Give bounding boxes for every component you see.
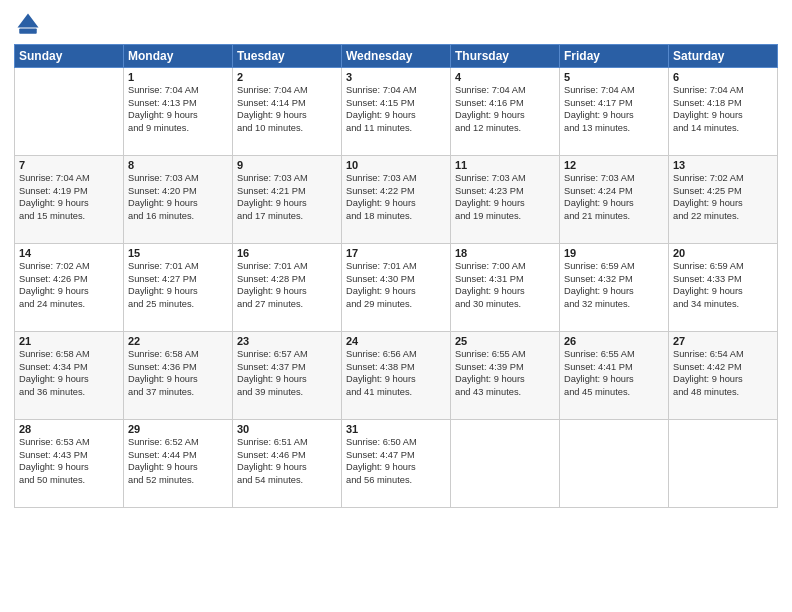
day-info-line: and 54 minutes. — [237, 474, 337, 487]
day-content: Sunrise: 6:58 AMSunset: 4:36 PMDaylight:… — [128, 348, 228, 398]
calendar-week-2: 7Sunrise: 7:04 AMSunset: 4:19 PMDaylight… — [15, 156, 778, 244]
day-info-line: Sunrise: 7:00 AM — [455, 260, 555, 273]
calendar-cell: 17Sunrise: 7:01 AMSunset: 4:30 PMDayligh… — [342, 244, 451, 332]
calendar-cell: 30Sunrise: 6:51 AMSunset: 4:46 PMDayligh… — [233, 420, 342, 508]
day-info-line: Sunrise: 6:50 AM — [346, 436, 446, 449]
day-content: Sunrise: 7:04 AMSunset: 4:16 PMDaylight:… — [455, 84, 555, 134]
day-info-line: Sunrise: 6:55 AM — [564, 348, 664, 361]
day-number: 5 — [564, 71, 664, 83]
day-content: Sunrise: 6:59 AMSunset: 4:32 PMDaylight:… — [564, 260, 664, 310]
day-number: 15 — [128, 247, 228, 259]
day-number: 1 — [128, 71, 228, 83]
day-info-line: Sunset: 4:17 PM — [564, 97, 664, 110]
day-info-line: Daylight: 9 hours — [455, 197, 555, 210]
calendar-cell: 25Sunrise: 6:55 AMSunset: 4:39 PMDayligh… — [451, 332, 560, 420]
day-info-line: Daylight: 9 hours — [128, 285, 228, 298]
day-content: Sunrise: 6:58 AMSunset: 4:34 PMDaylight:… — [19, 348, 119, 398]
day-info-line: and 52 minutes. — [128, 474, 228, 487]
calendar-cell: 7Sunrise: 7:04 AMSunset: 4:19 PMDaylight… — [15, 156, 124, 244]
day-info-line: Daylight: 9 hours — [128, 373, 228, 386]
calendar-cell: 3Sunrise: 7:04 AMSunset: 4:15 PMDaylight… — [342, 68, 451, 156]
calendar-cell: 31Sunrise: 6:50 AMSunset: 4:47 PMDayligh… — [342, 420, 451, 508]
day-info-line: Sunset: 4:37 PM — [237, 361, 337, 374]
day-number: 14 — [19, 247, 119, 259]
day-info-line: and 17 minutes. — [237, 210, 337, 223]
svg-rect-1 — [19, 28, 37, 33]
day-info-line: Daylight: 9 hours — [237, 109, 337, 122]
calendar-cell: 9Sunrise: 7:03 AMSunset: 4:21 PMDaylight… — [233, 156, 342, 244]
logo-icon — [14, 10, 42, 38]
day-info-line: and 12 minutes. — [455, 122, 555, 135]
day-number: 20 — [673, 247, 773, 259]
day-number: 12 — [564, 159, 664, 171]
day-info-line: Daylight: 9 hours — [237, 285, 337, 298]
day-content: Sunrise: 6:57 AMSunset: 4:37 PMDaylight:… — [237, 348, 337, 398]
day-number: 16 — [237, 247, 337, 259]
day-number: 21 — [19, 335, 119, 347]
logo — [14, 10, 46, 38]
calendar-cell: 26Sunrise: 6:55 AMSunset: 4:41 PMDayligh… — [560, 332, 669, 420]
day-info-line: and 43 minutes. — [455, 386, 555, 399]
day-number: 27 — [673, 335, 773, 347]
day-content: Sunrise: 6:56 AMSunset: 4:38 PMDaylight:… — [346, 348, 446, 398]
calendar-cell: 24Sunrise: 6:56 AMSunset: 4:38 PMDayligh… — [342, 332, 451, 420]
day-number: 2 — [237, 71, 337, 83]
day-content: Sunrise: 7:03 AMSunset: 4:22 PMDaylight:… — [346, 172, 446, 222]
day-info-line: Daylight: 9 hours — [19, 285, 119, 298]
day-info-line: Sunrise: 7:01 AM — [128, 260, 228, 273]
day-number: 13 — [673, 159, 773, 171]
day-info-line: Sunset: 4:28 PM — [237, 273, 337, 286]
day-content: Sunrise: 7:03 AMSunset: 4:24 PMDaylight:… — [564, 172, 664, 222]
day-info-line: Daylight: 9 hours — [237, 197, 337, 210]
day-info-line: Sunset: 4:26 PM — [19, 273, 119, 286]
day-info-line: Sunset: 4:41 PM — [564, 361, 664, 374]
day-info-line: Sunrise: 6:59 AM — [564, 260, 664, 273]
day-info-line: Sunset: 4:34 PM — [19, 361, 119, 374]
day-content: Sunrise: 6:55 AMSunset: 4:39 PMDaylight:… — [455, 348, 555, 398]
calendar-cell: 22Sunrise: 6:58 AMSunset: 4:36 PMDayligh… — [124, 332, 233, 420]
day-content: Sunrise: 7:00 AMSunset: 4:31 PMDaylight:… — [455, 260, 555, 310]
day-content: Sunrise: 7:03 AMSunset: 4:21 PMDaylight:… — [237, 172, 337, 222]
day-number: 6 — [673, 71, 773, 83]
calendar-cell: 6Sunrise: 7:04 AMSunset: 4:18 PMDaylight… — [669, 68, 778, 156]
day-info-line: and 14 minutes. — [673, 122, 773, 135]
day-info-line: and 11 minutes. — [346, 122, 446, 135]
calendar-cell: 1Sunrise: 7:04 AMSunset: 4:13 PMDaylight… — [124, 68, 233, 156]
day-info-line: Sunset: 4:24 PM — [564, 185, 664, 198]
day-info-line: and 24 minutes. — [19, 298, 119, 311]
day-info-line: Sunset: 4:30 PM — [346, 273, 446, 286]
day-content: Sunrise: 7:04 AMSunset: 4:13 PMDaylight:… — [128, 84, 228, 134]
calendar-cell: 27Sunrise: 6:54 AMSunset: 4:42 PMDayligh… — [669, 332, 778, 420]
day-info-line: and 56 minutes. — [346, 474, 446, 487]
day-number: 26 — [564, 335, 664, 347]
calendar-cell: 23Sunrise: 6:57 AMSunset: 4:37 PMDayligh… — [233, 332, 342, 420]
day-content: Sunrise: 7:04 AMSunset: 4:19 PMDaylight:… — [19, 172, 119, 222]
calendar-header-sunday: Sunday — [15, 45, 124, 68]
day-number: 3 — [346, 71, 446, 83]
calendar-header-saturday: Saturday — [669, 45, 778, 68]
day-info-line: Sunrise: 6:55 AM — [455, 348, 555, 361]
day-info-line: Daylight: 9 hours — [19, 461, 119, 474]
day-number: 25 — [455, 335, 555, 347]
day-info-line: Sunrise: 7:04 AM — [19, 172, 119, 185]
day-info-line: and 36 minutes. — [19, 386, 119, 399]
day-info-line: Sunset: 4:16 PM — [455, 97, 555, 110]
calendar-cell: 14Sunrise: 7:02 AMSunset: 4:26 PMDayligh… — [15, 244, 124, 332]
day-info-line: Sunset: 4:15 PM — [346, 97, 446, 110]
day-info-line: and 15 minutes. — [19, 210, 119, 223]
calendar-table: SundayMondayTuesdayWednesdayThursdayFrid… — [14, 44, 778, 508]
day-info-line: and 32 minutes. — [564, 298, 664, 311]
day-info-line: Sunset: 4:18 PM — [673, 97, 773, 110]
calendar-cell: 21Sunrise: 6:58 AMSunset: 4:34 PMDayligh… — [15, 332, 124, 420]
day-info-line: Sunrise: 6:58 AM — [19, 348, 119, 361]
day-content: Sunrise: 6:59 AMSunset: 4:33 PMDaylight:… — [673, 260, 773, 310]
day-info-line: and 48 minutes. — [673, 386, 773, 399]
day-info-line: Sunset: 4:44 PM — [128, 449, 228, 462]
day-number: 30 — [237, 423, 337, 435]
calendar-cell: 19Sunrise: 6:59 AMSunset: 4:32 PMDayligh… — [560, 244, 669, 332]
day-info-line: Sunrise: 7:04 AM — [346, 84, 446, 97]
day-info-line: Sunrise: 7:03 AM — [564, 172, 664, 185]
day-content: Sunrise: 7:01 AMSunset: 4:27 PMDaylight:… — [128, 260, 228, 310]
day-info-line: Sunset: 4:27 PM — [128, 273, 228, 286]
calendar-week-1: 1Sunrise: 7:04 AMSunset: 4:13 PMDaylight… — [15, 68, 778, 156]
